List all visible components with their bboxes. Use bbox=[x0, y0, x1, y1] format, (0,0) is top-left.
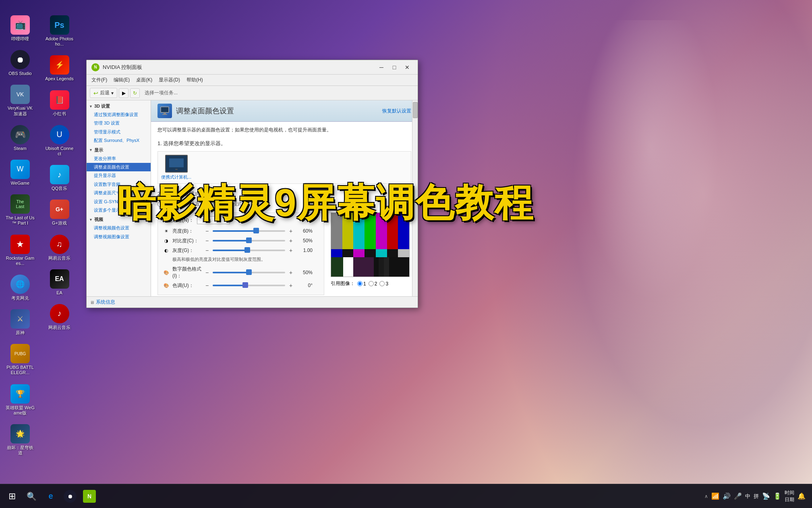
mic-icon[interactable]: 🎤 bbox=[734, 492, 742, 500]
contrast-track[interactable] bbox=[213, 240, 285, 242]
desktop-icon-qq-music[interactable]: ♪ QQ音乐 bbox=[44, 162, 76, 194]
hue-track[interactable] bbox=[213, 285, 285, 286]
contrast-thumb[interactable] bbox=[246, 237, 252, 243]
ref-1-text: 1 bbox=[363, 281, 366, 287]
desktop-icon-rockstar[interactable]: ★ Rockstar Games... bbox=[4, 231, 36, 269]
desktop-icon-steam[interactable]: 🎮 Steam bbox=[4, 122, 36, 154]
ref-3-radio[interactable] bbox=[379, 281, 385, 286]
nav-refresh-button[interactable]: ↻ bbox=[130, 88, 140, 98]
desktop-icon-xingqiu[interactable]: 🌟 崩坏：星穹铁道 bbox=[4, 421, 36, 459]
desktop-icon-vk[interactable]: VK VeryKuai VK加速器 bbox=[4, 81, 36, 119]
sidebar-header-3d[interactable]: ▼ 3D 设置 bbox=[87, 102, 151, 110]
digital-color-minus[interactable]: − bbox=[204, 269, 210, 276]
taskbar-clock[interactable]: 时间 日期 bbox=[785, 489, 794, 503]
sidebar-item-color[interactable]: 调整桌面颜色设置 bbox=[87, 163, 151, 171]
sidebar-item-resolution[interactable]: 更改分辨率 bbox=[87, 154, 151, 163]
hue-plus[interactable]: + bbox=[288, 282, 294, 289]
gamma-track[interactable] bbox=[213, 250, 285, 251]
sidebar-item-3d-settings[interactable]: 管理 3D 设置 bbox=[87, 119, 151, 127]
ref-1-radio[interactable] bbox=[357, 281, 362, 286]
contrast-minus[interactable]: − bbox=[204, 237, 210, 244]
hue-minus[interactable]: − bbox=[204, 282, 210, 289]
menu-edit[interactable]: 编辑(E) bbox=[110, 76, 133, 84]
desktop-icons-container: 📺 哔哩哔哩 ⏺ OBS Studio VK VeryKuai VK加速器 🎮 … bbox=[0, 8, 85, 484]
sidebar-header-display[interactable]: ▼ 显示 bbox=[87, 146, 151, 154]
nav-forward-button[interactable]: ▶ bbox=[119, 88, 128, 98]
close-button[interactable]: ✕ bbox=[402, 63, 413, 72]
ref-2-label[interactable]: 2 bbox=[369, 281, 377, 287]
search-icon: 🔍 bbox=[27, 491, 37, 501]
desktop-icon-obs-label: OBS Studio bbox=[8, 71, 31, 76]
desktop-icon-apex[interactable]: ⚡ Apex Legends bbox=[44, 52, 76, 85]
back-button[interactable]: ↩ 后退 ▾ bbox=[90, 88, 117, 98]
gamma-plus[interactable]: + bbox=[288, 247, 294, 254]
minimize-button[interactable]: ─ bbox=[376, 63, 387, 72]
restore-defaults-button[interactable]: 恢复默认设置 bbox=[382, 108, 411, 115]
desktop-icon-xiaohongshu[interactable]: 📕 小红书 bbox=[44, 87, 76, 120]
desktop-icon-lol-label: 英雄联盟 WeGame版 bbox=[6, 405, 35, 416]
hue-value: 0° bbox=[296, 283, 313, 288]
menu-display[interactable]: 显示器(D) bbox=[155, 76, 183, 84]
taskbar-obs[interactable]: ⏺ bbox=[61, 487, 79, 505]
scrollbar-thumb[interactable] bbox=[413, 102, 418, 118]
monitor-icon-container[interactable]: 便携式计算机... bbox=[161, 155, 191, 180]
ref-3-label[interactable]: 3 bbox=[379, 281, 388, 287]
digital-color-plus[interactable]: + bbox=[288, 269, 294, 276]
desktop-icon-kaixin[interactable]: 🌐 考克网兑 bbox=[4, 271, 36, 304]
digital-color-track[interactable] bbox=[213, 272, 285, 273]
desktop-icon-163[interactable]: ♪ 网易云音乐 bbox=[44, 301, 76, 333]
hue-icon: 🎨 bbox=[163, 282, 170, 289]
desktop-icon-photoshop[interactable]: Ps Adobe Photosho... bbox=[44, 12, 76, 50]
digital-color-thumb[interactable] bbox=[246, 269, 252, 275]
desktop-icon-ubisoft-label: Ubisoft Connect bbox=[45, 146, 74, 156]
desktop-icon-wangyiyun[interactable]: ♫ 网易云音乐 bbox=[44, 231, 76, 264]
volume-icon[interactable]: 🔊 bbox=[723, 492, 731, 500]
desktop-icon-bilibili[interactable]: 📺 哔哩哔哩 bbox=[4, 12, 36, 45]
color-bars-bottom bbox=[331, 257, 409, 277]
desktop-icon-yuanshen[interactable]: ⚔ 原神 bbox=[4, 306, 36, 339]
start-button[interactable]: ⊞ bbox=[3, 487, 21, 505]
desktop-icon-ubisoft[interactable]: U Ubisoft Connect bbox=[44, 122, 76, 160]
desktop-icon-pubg[interactable]: PUBG PUBG BATTLELEGR... bbox=[4, 341, 36, 379]
wifi-icon[interactable]: 📡 bbox=[762, 492, 770, 500]
ref-2-radio[interactable] bbox=[369, 281, 374, 286]
network-icon[interactable]: 📶 bbox=[711, 492, 719, 500]
desktop-icon-apex-label: Apex Legends bbox=[45, 76, 73, 81]
notification-icon[interactable]: 🔔 bbox=[798, 492, 806, 500]
ime-pinyin-label[interactable]: 拼 bbox=[754, 493, 759, 500]
contrast-plus[interactable]: + bbox=[288, 237, 294, 244]
bar-bot-black3 bbox=[384, 257, 389, 277]
desktop-icon-wegame[interactable]: W WeGame bbox=[4, 156, 36, 189]
desktop-icon-wegame-label: WeGame bbox=[11, 181, 29, 186]
taskbar-search[interactable]: 🔍 bbox=[23, 487, 40, 505]
sidebar-item-image-settings[interactable]: 通过预览调整图像设置 bbox=[87, 110, 151, 119]
battery-icon[interactable]: 🔋 bbox=[773, 492, 781, 500]
sidebar-item-surround[interactable]: 配置 Surround、PhysX bbox=[87, 136, 151, 145]
desktop-icon-kaixin-label: 考克网兑 bbox=[11, 296, 29, 301]
nvidia-monitor-svg bbox=[168, 158, 184, 170]
digital-color-slider-row: 🎨 数字颜色格式(I)： − + 50% bbox=[163, 266, 319, 279]
hue-thumb[interactable] bbox=[242, 282, 248, 288]
desktop-icon-lol-wegame[interactable]: 🏆 英雄联盟 WeGame版 bbox=[4, 381, 36, 419]
sidebar-item-display-mode[interactable]: 管理显示模式 bbox=[87, 128, 151, 136]
ime-cn-label[interactable]: 中 bbox=[745, 493, 750, 500]
taskbar-edge[interactable]: e bbox=[42, 487, 60, 505]
desktop-icon-tlou[interactable]: The Last The Last of Us™ Part I bbox=[4, 191, 36, 229]
slider-note: 极高和极低的亮度及对比度值可限制灰度范围。 bbox=[172, 256, 319, 262]
taskbar-nvidia[interactable]: N bbox=[81, 487, 98, 505]
contrast-label: 对比度(C)： bbox=[172, 237, 201, 244]
desktop-icon-gplus[interactable]: G+ G+游戏 bbox=[44, 196, 76, 229]
sidebar-item-video-image[interactable]: 调整视频图像设置 bbox=[87, 233, 151, 241]
desktop-icon-xiaohongshu-label: 小红书 bbox=[53, 111, 66, 117]
maximize-button[interactable]: □ bbox=[389, 63, 400, 72]
desktop-icon-ea[interactable]: EA EA bbox=[44, 266, 76, 299]
ref-1-label[interactable]: 1 bbox=[357, 281, 366, 287]
menu-help[interactable]: 帮助(H) bbox=[183, 76, 206, 84]
menu-file[interactable]: 文件(F) bbox=[88, 76, 110, 84]
desktop-icon-obs[interactable]: ⏺ OBS Studio bbox=[4, 47, 36, 79]
system-info-link[interactable]: 系统信息 bbox=[96, 299, 115, 306]
gamma-minus[interactable]: − bbox=[204, 247, 210, 254]
gamma-thumb[interactable] bbox=[244, 247, 250, 253]
menu-desktop[interactable]: 桌面(K) bbox=[133, 76, 155, 84]
brightness-track[interactable] bbox=[213, 230, 285, 232]
